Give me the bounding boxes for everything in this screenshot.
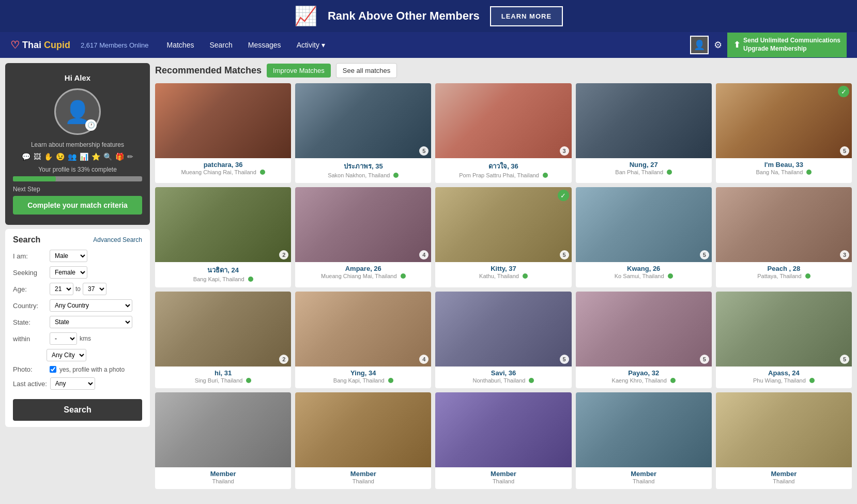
match-number-badge: 3 xyxy=(560,146,569,156)
age-range: 2118202530 to 372530354050 xyxy=(50,283,106,295)
match-location: Bang Na, Thailand xyxy=(756,169,803,176)
within-label: within xyxy=(13,335,47,343)
match-location: Mueang Chiang Mai, Thailand xyxy=(321,272,397,280)
match-card[interactable]: Member Thailand xyxy=(155,392,291,489)
match-name: Member xyxy=(579,470,709,478)
match-location: Sakon Nakhon, Thailand xyxy=(328,172,390,179)
verified-badge: ✓ xyxy=(838,86,849,97)
match-number-badge: 5 xyxy=(700,250,709,259)
nav-activity[interactable]: Activity ▾ xyxy=(289,32,333,58)
match-info: Peach , 28 Pattaya, Thailand xyxy=(716,262,852,284)
match-card[interactable]: ✓ 5 I'm Beau, 33 Bang Na, Thailand xyxy=(716,83,852,183)
search-card: Search Advanced Search I am: Male Female… xyxy=(5,229,150,427)
match-location: Pom Prap Sattru Phai, Thailand xyxy=(459,172,539,179)
age-from-select[interactable]: 2118202530 xyxy=(50,283,73,295)
online-indicator xyxy=(805,273,810,279)
chart2-icon: 📊 xyxy=(80,152,88,161)
see-all-matches-button[interactable]: See all matches xyxy=(336,63,397,78)
match-location: Thailand xyxy=(493,478,514,485)
match-location: Phu Wiang, Thailand xyxy=(753,377,806,384)
match-card[interactable]: ✓ 5 Kitty, 37 Kathu, Thailand xyxy=(435,187,571,287)
progress-bar-fill xyxy=(13,176,56,181)
online-indicator xyxy=(529,378,534,383)
nav-search[interactable]: Search xyxy=(202,32,240,58)
match-card[interactable]: Member Thailand xyxy=(716,392,852,489)
learn-more-button[interactable]: LEARN MORE xyxy=(490,6,563,26)
match-photo: ✓ 5 xyxy=(435,187,571,262)
age-to-select[interactable]: 372530354050 xyxy=(83,283,106,295)
match-location-row: Thailand xyxy=(438,478,568,485)
logo-cupid: Cupid xyxy=(44,40,70,51)
match-card[interactable]: 2 hi, 31 Sing Buri, Thailand xyxy=(155,292,291,388)
photo-checkbox-input[interactable] xyxy=(50,366,56,373)
match-number-badge: 2 xyxy=(279,250,288,259)
banner-title: Rank Above Other Members xyxy=(328,9,480,23)
match-card[interactable]: Nung, 27 Ban Phai, Thailand xyxy=(576,83,712,183)
logo[interactable]: ♡ ThaiCupid xyxy=(10,39,70,51)
membership-icons: 💬 🖼 ✋ 😉 👥 📊 ⭐ 🔍 🎁 ✏ xyxy=(13,152,142,161)
match-name: Member xyxy=(298,470,428,478)
match-card[interactable]: 4 Ying, 34 Bang Kapi, Thailand xyxy=(295,292,431,388)
upgrade-line2: Upgrade Membership xyxy=(743,45,840,53)
match-name: Ying, 34 xyxy=(298,369,428,377)
match-name: ดาวใจ, 36 xyxy=(438,161,568,172)
last-active-select[interactable]: Any Today This week xyxy=(50,377,95,390)
kms-label: kms xyxy=(80,335,91,342)
navigation: ♡ ThaiCupid 2,617 Members Online Matches… xyxy=(0,32,857,58)
match-card[interactable]: 4 Ampare, 26 Mueang Chiang Mai, Thailand xyxy=(295,187,431,287)
match-card[interactable]: 5 Savi, 36 Nonthaburi, Thailand xyxy=(435,292,571,388)
match-card[interactable]: 2 นวธิดา, 24 Bang Kapi, Thailand xyxy=(155,187,291,287)
people-icon: 👥 xyxy=(68,152,76,161)
match-number-badge: 4 xyxy=(419,355,428,364)
nav-messages[interactable]: Messages xyxy=(240,32,289,58)
search2-icon: 🔍 xyxy=(103,152,112,161)
match-location: Kathu, Thailand xyxy=(479,272,519,280)
match-card[interactable]: Member Thailand xyxy=(576,392,712,489)
match-number-badge: 4 xyxy=(419,250,428,259)
match-location: Thailand xyxy=(353,478,374,485)
match-info: Savi, 36 Nonthaburi, Thailand xyxy=(435,366,571,388)
improve-matches-button[interactable]: Improve Matches xyxy=(267,64,331,78)
complete-match-criteria-button[interactable]: Complete your match criteria xyxy=(13,196,142,215)
settings-icon[interactable]: ⚙ xyxy=(714,39,722,51)
match-card[interactable]: 5 ประภาพร, 35 Sakon Nakhon, Thailand xyxy=(295,83,431,183)
user-avatar[interactable]: 👤 xyxy=(690,36,709,54)
match-info: hi, 31 Sing Buri, Thailand xyxy=(155,366,291,388)
match-card[interactable]: patchara, 36 Mueang Chiang Rai, Thailand xyxy=(155,83,291,183)
matches-header: Recommended Matches Improve Matches See … xyxy=(155,63,852,78)
match-card[interactable]: 5 Payao, 32 Kaeng Khro, Thailand xyxy=(576,292,712,388)
within-select[interactable]: - 10 25 50 100 xyxy=(50,332,77,345)
match-card[interactable]: 3 Peach , 28 Pattaya, Thailand xyxy=(716,187,852,287)
profile-avatar-wrapper[interactable]: 👤 🕐 xyxy=(54,88,101,135)
match-name: Savi, 36 xyxy=(438,369,568,377)
match-location: Kaeng Khro, Thailand xyxy=(612,377,667,384)
match-location-row: Bang Kapi, Thailand xyxy=(158,276,288,283)
match-location: Thailand xyxy=(633,478,654,485)
search-button[interactable]: Search xyxy=(13,399,142,421)
state-select[interactable]: State Any State xyxy=(50,316,132,328)
chart-icon: 📈 xyxy=(294,5,317,27)
match-card[interactable]: 5 Kwang, 26 Ko Samui, Thailand xyxy=(576,187,712,287)
match-card[interactable]: Member Thailand xyxy=(435,392,571,489)
match-location-row: Thailand xyxy=(579,478,709,485)
match-card[interactable]: 5 Apass, 24 Phu Wiang, Thailand xyxy=(716,292,852,388)
profile-card: Hi Alex 👤 🕐 Learn about membership featu… xyxy=(5,63,150,225)
match-card[interactable]: Member Thailand xyxy=(295,392,431,489)
seeking-select[interactable]: Female Male xyxy=(50,266,87,279)
state-row: State: State Any State xyxy=(13,316,142,328)
city-select[interactable]: Any City xyxy=(47,349,86,361)
match-photo xyxy=(576,83,712,158)
match-location-row: Phu Wiang, Thailand xyxy=(719,377,849,384)
main-content: Hi Alex 👤 🕐 Learn about membership featu… xyxy=(0,58,857,494)
upgrade-membership-button[interactable]: ⬆ Send Unlimited Communications Upgrade … xyxy=(727,33,847,57)
i-am-select[interactable]: Male Female xyxy=(50,250,87,262)
advanced-search-link[interactable]: Advanced Search xyxy=(93,236,142,243)
match-location-row: Bang Na, Thailand xyxy=(719,169,849,176)
photo-icon: 🖼 xyxy=(34,152,41,161)
gift-icon: 🎁 xyxy=(115,152,124,161)
country-select[interactable]: Any Country Thailand xyxy=(50,299,132,312)
match-photo xyxy=(295,392,431,467)
nav-matches[interactable]: Matches xyxy=(159,32,202,58)
match-card[interactable]: 3 ดาวใจ, 36 Pom Prap Sattru Phai, Thaila… xyxy=(435,83,571,183)
match-location-row: Thailand xyxy=(719,478,849,485)
